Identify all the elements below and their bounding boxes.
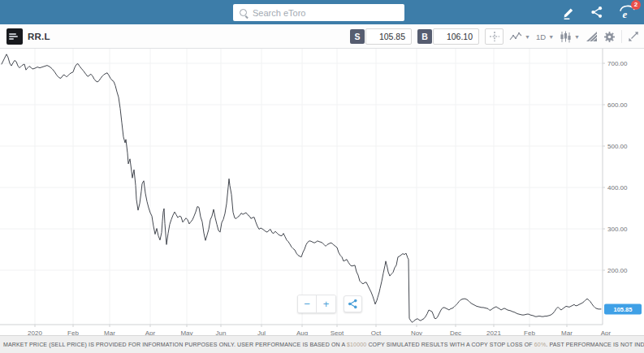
chart-toolbar-controls: S 105.85 B 106.10: [350, 24, 639, 49]
svg-text:105.85: 105.85: [614, 306, 633, 313]
search-input[interactable]: [253, 8, 391, 18]
timeframe-label: 1D: [536, 32, 546, 41]
disclaimer-text: . PAST PERFORMANCE IS NOT INDICATIVE OF …: [546, 342, 644, 347]
svg-text:Apr: Apr: [601, 329, 612, 335]
chart-share-button[interactable]: [344, 295, 362, 312]
buy-badge: B: [417, 29, 432, 44]
svg-text:Mar: Mar: [561, 329, 573, 335]
svg-text:Mar: Mar: [104, 329, 115, 335]
instrument-logo: [6, 28, 23, 45]
search-icon: [240, 9, 247, 16]
svg-text:Feb: Feb: [524, 329, 535, 335]
zoom-pill: − +: [297, 295, 336, 313]
svg-text:2020: 2020: [28, 329, 42, 335]
svg-text:300.00: 300.00: [607, 226, 628, 233]
svg-text:400.00: 400.00: [607, 184, 628, 192]
disclaimer-bar: MARKET PRICE (SELL PRICE) IS PROVIDED FO…: [0, 335, 644, 353]
chart-zoom-controls: − +: [297, 295, 362, 313]
top-bar-actions: e 2: [561, 0, 636, 24]
chevron-down-icon: ▼: [525, 34, 530, 40]
instrument-toolbar: RR.L S 105.85 B 106.10: [0, 24, 644, 49]
crosshair-button[interactable]: [485, 28, 504, 45]
instrument-ticker: RR.L: [28, 32, 50, 41]
candlestick-icon: [560, 31, 572, 43]
indicators-icon[interactable]: [586, 31, 598, 42]
etoro-app: e 2 RR.L S 105.85 B 106.10: [0, 0, 644, 353]
svg-text:Jun: Jun: [216, 329, 227, 335]
svg-text:Sept: Sept: [331, 329, 344, 335]
settings-gear-icon[interactable]: [603, 31, 616, 43]
svg-text:Feb: Feb: [67, 329, 79, 335]
sell-quote-button[interactable]: S 105.85: [350, 28, 412, 45]
svg-text:500.00: 500.00: [607, 143, 628, 150]
svg-text:200.00: 200.00: [607, 267, 628, 274]
price-chart[interactable]: 700.00600.00500.00400.00300.00200.002020…: [0, 49, 644, 335]
fullscreen-icon[interactable]: [628, 31, 639, 42]
buy-quote-button[interactable]: B 106.10: [417, 28, 479, 45]
svg-text:Apr: Apr: [145, 329, 156, 335]
svg-text:May: May: [180, 329, 192, 335]
svg-text:2021: 2021: [486, 329, 501, 335]
disclaimer-text: MARKET PRICE (SELL PRICE) IS PROVIDED FO…: [3, 342, 347, 347]
svg-text:Jul: Jul: [257, 329, 266, 335]
search-box[interactable]: [233, 4, 404, 21]
edit-pencil-icon[interactable]: [561, 5, 576, 19]
sell-badge: S: [350, 29, 365, 44]
share-icon[interactable]: [590, 5, 604, 19]
etoro-logo-icon[interactable]: e 2: [618, 3, 636, 21]
svg-text:e: e: [622, 8, 627, 20]
disclaimer-amount: $10000: [347, 342, 366, 347]
zoom-out-button[interactable]: −: [298, 295, 317, 312]
top-bar: e 2: [0, 0, 644, 24]
sell-price: 105.85: [365, 28, 412, 45]
chevron-down-icon: ▼: [548, 34, 554, 40]
svg-text:Dec: Dec: [450, 329, 461, 335]
chart-type-dropdown[interactable]: ▼: [509, 31, 530, 42]
zoom-in-button[interactable]: +: [317, 295, 335, 312]
timeframe-dropdown[interactable]: 1D ▼: [536, 32, 554, 41]
toolbar-divider: [621, 30, 622, 43]
chevron-down-icon: ▼: [574, 34, 580, 40]
line-chart-icon: [509, 31, 522, 42]
disclaimer-text: COPY SIMULATED RESULTS WITH A COPY STOP …: [366, 342, 534, 347]
svg-text:700.00: 700.00: [607, 60, 628, 67]
svg-text:Nov: Nov: [411, 329, 422, 335]
svg-text:600.00: 600.00: [607, 101, 628, 109]
candle-style-dropdown[interactable]: ▼: [560, 31, 580, 43]
disclaimer-percent: 60%: [534, 342, 546, 347]
svg-text:Aug: Aug: [296, 329, 308, 335]
buy-price: 106.10: [433, 28, 479, 45]
chart-canvas[interactable]: 700.00600.00500.00400.00300.00200.002020…: [0, 49, 644, 335]
notification-badge: 2: [631, 0, 641, 10]
svg-text:Oct: Oct: [371, 329, 382, 335]
